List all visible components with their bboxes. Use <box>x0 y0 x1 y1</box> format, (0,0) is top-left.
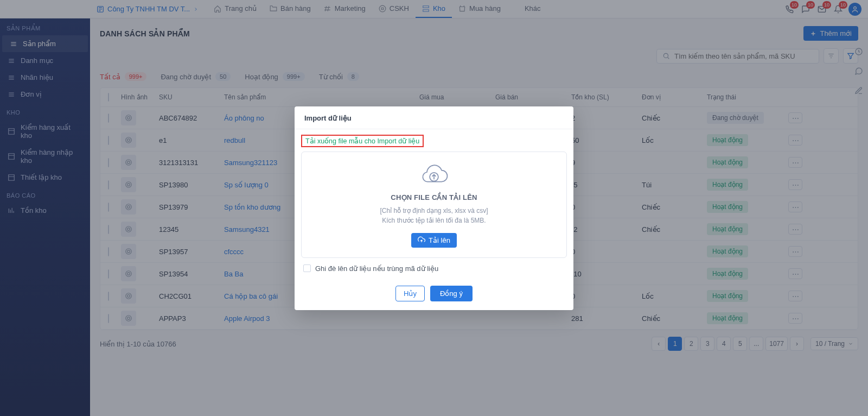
dropzone-title: CHỌN FILE CẦN TẢI LÊN <box>310 193 558 201</box>
modal-title: Import dữ liệu <box>295 106 573 129</box>
overwrite-label: Ghi đè lên dữ liệu nếu trùng mã dữ liệu <box>315 264 438 273</box>
cancel-button[interactable]: Hủy <box>395 286 425 301</box>
modal-overlay[interactable]: Import dữ liệu Tải xuống file mẫu cho Im… <box>0 0 868 416</box>
overwrite-checkbox-row[interactable]: Ghi đè lên dữ liệu nếu trùng mã dữ liệu <box>301 261 567 276</box>
cloud-upload-icon <box>419 164 449 188</box>
upload-button[interactable]: Tải lên <box>411 233 457 248</box>
download-template-highlight: Tải xuống file mẫu cho Import dữ liệu <box>301 135 424 147</box>
download-template-link[interactable]: Tải xuống file mẫu cho Import dữ liệu <box>305 137 419 145</box>
overwrite-checkbox[interactable] <box>303 264 311 272</box>
dropzone-hint-size: Kích thước tệp tải lên tối đa là 5MB. <box>310 216 558 225</box>
cloud-up-icon <box>418 236 425 244</box>
import-modal: Import dữ liệu Tải xuống file mẫu cho Im… <box>295 106 573 310</box>
upload-button-label: Tải lên <box>429 236 450 244</box>
upload-dropzone[interactable]: CHỌN FILE CẦN TẢI LÊN [Chỉ hỗ trợ định d… <box>301 152 567 258</box>
dropzone-hint-formats: [Chỉ hỗ trợ định dạng xls, xlsx và csv] <box>310 206 558 216</box>
confirm-button[interactable]: Đồng ý <box>430 286 473 301</box>
modal-footer: Hủy Đồng ý <box>295 280 573 310</box>
